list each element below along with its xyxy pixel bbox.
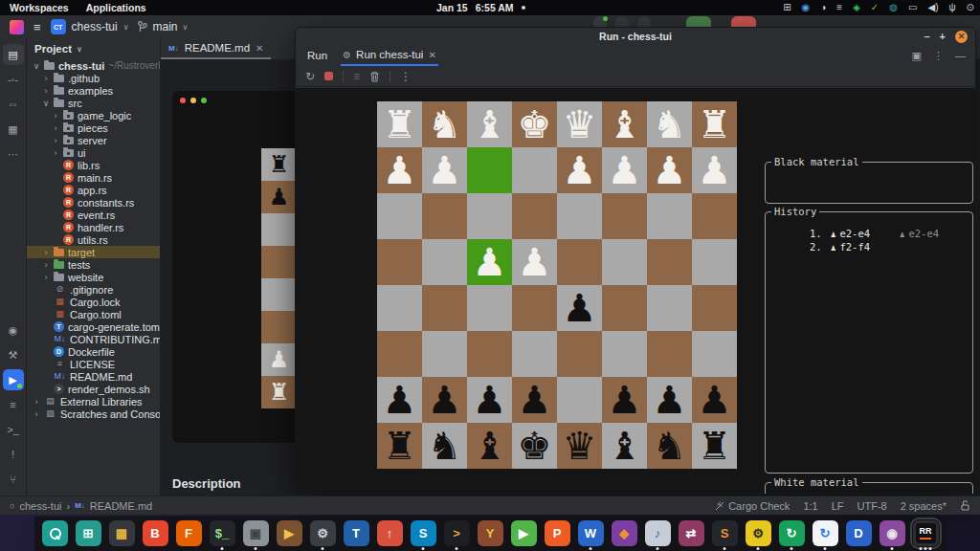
tree-item-handler-rs[interactable]: Rhandler.rs: [27, 221, 160, 233]
stop-icon[interactable]: [324, 72, 333, 80]
tree-item-contributing-md[interactable]: M↓CONTRIBUTING.md: [27, 333, 160, 345]
close-icon[interactable]: ✕: [428, 50, 435, 60]
search-launcher-icon[interactable]: [42, 520, 68, 546]
breadcrumb-project[interactable]: chess-tui: [19, 500, 61, 512]
tree-item-game-logic[interactable]: ›game_logic: [27, 109, 160, 121]
skype-icon[interactable]: S: [411, 520, 436, 546]
stop-button-partial[interactable]: [731, 16, 756, 27]
wolf-browser-icon[interactable]: W: [578, 520, 604, 546]
project-tool-icon[interactable]: ▤: [3, 44, 24, 65]
version-control-icon[interactable]: ⑂: [3, 469, 24, 490]
hide-tool-icon[interactable]: —: [955, 50, 966, 62]
clear-output-icon[interactable]: ≡: [353, 70, 360, 83]
tree-item-main-rs[interactable]: Rmain.rs: [27, 171, 160, 184]
status-lf[interactable]: LF: [832, 500, 844, 512]
tree-item-render-demos-sh[interactable]: >render_demos.sh: [27, 383, 160, 395]
commit-tool-icon[interactable]: -◦-: [3, 69, 24, 90]
tree-item-src[interactable]: ∨src: [27, 97, 160, 109]
layout-settings-icon[interactable]: ▣: [912, 50, 922, 62]
dark-circle-app-icon[interactable]: ◑: [820, 0, 826, 15]
more-options-icon[interactable]: ⋮: [933, 50, 944, 62]
tree-item-tests[interactable]: ›tests: [27, 258, 160, 271]
main-menu-icon[interactable]: ≡: [33, 20, 41, 34]
tree-item-constants-rs[interactable]: Rconstants.rs: [27, 196, 160, 209]
tree-item-readme-md[interactable]: M↓README.md: [27, 370, 160, 383]
clock[interactable]: Jan 15 6:55 AM: [436, 2, 525, 13]
toolbar-button-partial[interactable]: [615, 16, 629, 27]
run-window-titlebar[interactable]: Run - chess-tui – + ✕: [296, 28, 975, 45]
tab-run-chess-tui[interactable]: ⚙ Run chess-tui ✕: [341, 45, 438, 66]
volume-icon[interactable]: ◀): [927, 0, 938, 15]
terminal-tool-icon[interactable]: >_: [3, 419, 24, 440]
tree-item-chess-tui[interactable]: ∨chess-tui ~/RustroverProjects/che: [27, 59, 160, 72]
minimize-icon[interactable]: –: [924, 31, 929, 42]
tree-item-target[interactable]: ›target: [27, 246, 160, 258]
status-1-1[interactable]: 1:1: [803, 500, 817, 512]
run-config-partial[interactable]: [593, 16, 607, 27]
tree-item-utils-rs[interactable]: Rutils.rs: [27, 233, 160, 246]
run-tool-icon[interactable]: ▶: [3, 369, 24, 390]
tree-item-event-rs[interactable]: Revent.rs: [27, 209, 160, 221]
tree-item-examples[interactable]: ›examples: [27, 84, 160, 97]
tree-item-cargo-generate-toml[interactable]: Tcargo-generate.toml: [27, 320, 160, 333]
tree-item-ui[interactable]: ›ui: [27, 146, 160, 159]
status-2-spaces-[interactable]: 2 spaces*: [901, 500, 947, 512]
sync-purple-icon[interactable]: ⇄: [679, 520, 704, 546]
tree-item--gitignore[interactable]: ⊘.gitignore: [27, 283, 160, 296]
more-tools-icon[interactable]: ⋯: [3, 143, 24, 165]
tree-item-app-rs[interactable]: Rapp.rs: [27, 184, 160, 196]
more-options-icon[interactable]: ⋮: [400, 70, 412, 83]
dev-app-icon[interactable]: ◆: [612, 520, 637, 546]
menu-workspaces[interactable]: Workspaces: [10, 2, 69, 13]
updates-ok-icon[interactable]: ✓: [871, 0, 879, 15]
status-cargo-check[interactable]: Cargo Check: [715, 500, 790, 512]
structure-tool-icon[interactable]: ▦: [3, 119, 24, 140]
delete-icon[interactable]: [369, 71, 380, 82]
tree-item-server[interactable]: ›server: [27, 134, 160, 146]
rocket-app-icon[interactable]: ↑: [377, 520, 403, 546]
tree-item-cargo-toml[interactable]: ▦Cargo.toml: [27, 308, 160, 320]
display-icon[interactable]: ▭: [908, 0, 917, 15]
project-selector[interactable]: CT chess-tui ∨: [51, 19, 129, 34]
tree-item-external-libraries[interactable]: ›▤External Libraries: [27, 395, 160, 408]
rerun-icon[interactable]: ↻: [305, 70, 315, 83]
emby-icon[interactable]: ▶: [511, 520, 537, 546]
d-docs-icon[interactable]: D: [846, 520, 872, 546]
notifications-icon[interactable]: ≡: [3, 394, 24, 415]
tree-item-website[interactable]: ›website: [27, 271, 160, 283]
green-sync-icon[interactable]: ◈: [853, 0, 860, 15]
settings-gear-icon[interactable]: ⚙: [310, 520, 336, 546]
arrow-terminal-icon[interactable]: >: [444, 520, 470, 546]
tree-item-pieces[interactable]: ›pieces: [27, 121, 160, 134]
lock-open-icon[interactable]: [960, 500, 970, 511]
postman-icon[interactable]: P: [545, 520, 570, 546]
menu-applications[interactable]: Applications: [86, 2, 146, 13]
toolbar-button-partial[interactable]: [637, 16, 651, 27]
status-utf-8[interactable]: UTF-8: [858, 500, 887, 512]
close-icon[interactable]: ✕: [256, 43, 263, 54]
file-manager-icon[interactable]: ▣: [243, 520, 269, 546]
bottles-icon[interactable]: Y: [478, 520, 503, 546]
brave-browser-icon[interactable]: B: [143, 520, 168, 546]
run-group-label[interactable]: Run: [307, 50, 327, 61]
sync-green-icon[interactable]: ↻: [779, 520, 805, 546]
workspace-tiles-icon[interactable]: ⊞: [76, 520, 101, 546]
breadcrumb-file[interactable]: README.md: [90, 500, 152, 512]
pull-requests-icon[interactable]: ◦◦: [3, 94, 24, 115]
services-tool-icon[interactable]: ◉: [3, 320, 24, 341]
globe-app-icon[interactable]: ◍: [889, 0, 898, 15]
video-studio-icon[interactable]: ▶: [277, 520, 302, 546]
tree-item-cargo-lock[interactable]: ▦Cargo.lock: [27, 296, 160, 308]
microphone-icon[interactable]: ψ: [948, 0, 955, 15]
window-switcher-icon[interactable]: ⊞: [783, 0, 791, 15]
rustrover-icon[interactable]: RR: [913, 520, 939, 546]
yellow-gear-icon[interactable]: ⚙: [746, 520, 771, 546]
firefox-icon[interactable]: F: [176, 520, 202, 546]
terminal-icon[interactable]: $_: [210, 520, 235, 546]
branch-selector[interactable]: main ∨: [138, 20, 188, 33]
project-panel-header[interactable]: Project ∨: [27, 38, 160, 59]
tree-item--github[interactable]: ›.github: [27, 72, 160, 84]
tree-item-dockerfile[interactable]: DDockerfile: [27, 345, 160, 358]
problems-tool-icon[interactable]: !: [3, 444, 24, 465]
user-settings-icon[interactable]: ◉: [880, 520, 905, 546]
